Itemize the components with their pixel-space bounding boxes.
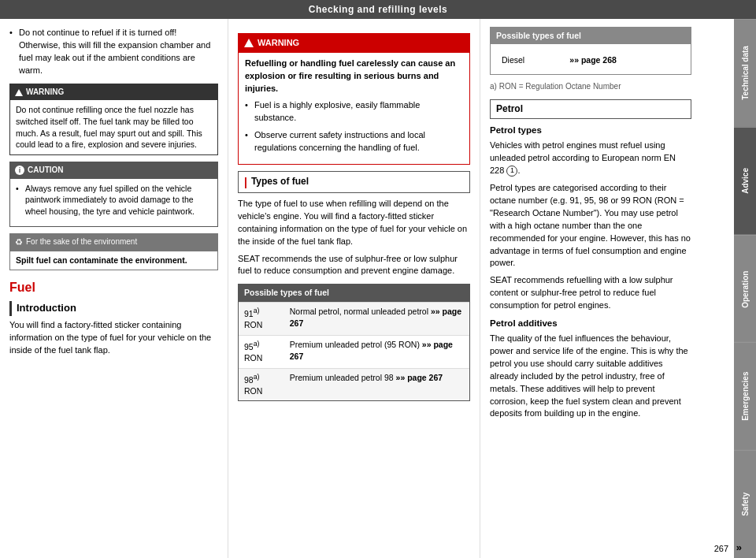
sidebar-item-label: Emergencies xyxy=(741,372,750,421)
page: Checking and refilling levels Do not con… xyxy=(0,0,756,558)
env-box-1: ♻ For the sake of the environment Spilt … xyxy=(9,233,218,270)
warning-bullet-2: Observe current safety instructions and … xyxy=(245,129,463,154)
warning-label-red: WARNING xyxy=(258,37,299,50)
env-body-1: Spilt fuel can contaminate the environme… xyxy=(10,251,217,270)
ron-98: 98a) RON xyxy=(239,368,284,400)
warning-box-1: WARNING Do not continue refilling once t… xyxy=(9,84,218,155)
petrol-circle-ref: 1 xyxy=(506,166,517,177)
diesel-page: »» page 268 xyxy=(565,52,684,69)
types-text: The type of fuel to use when refilling w… xyxy=(238,198,470,248)
types-of-fuel-title: Types of fuel xyxy=(251,175,309,188)
page-number: 267 xyxy=(714,544,728,553)
diesel-row: Diesel »» page 268 xyxy=(498,52,684,69)
page-ref-95: »» page 267 xyxy=(290,340,453,361)
desc-91: Normal petrol, normal unleaded petrol »»… xyxy=(284,302,469,335)
content-area: Do not continue to refuel if it is turne… xyxy=(0,19,756,558)
warning-body-red: Refuelling or handling fuel carelessly c… xyxy=(239,53,469,164)
seat-recommends-text: SEAT recommends the use of sulphur-free … xyxy=(238,253,470,278)
petrol-additives-header: Petrol additives xyxy=(490,317,691,330)
petrol-box: Petrol xyxy=(490,99,691,119)
right-warning-body: Diesel »» page 268 xyxy=(491,44,691,74)
petrol-types-text: Vehicles with petrol engines must refuel… xyxy=(490,140,691,177)
right-warning-header: Possible types of fuel xyxy=(491,28,691,44)
sidebar-item-label: Advice xyxy=(741,168,750,194)
petrol-period: . xyxy=(517,166,520,175)
fuel-section-title: Fuel xyxy=(9,278,218,296)
table-row: 98a) RON Premium unleaded petrol 98 »» p… xyxy=(239,368,469,400)
header-bar: Checking and refilling levels xyxy=(0,0,756,19)
warning-bullet-text-2: Observe current safety instructions and … xyxy=(254,130,425,152)
petrol-categorised-text: Petrol types are categorised according t… xyxy=(490,182,691,270)
ron-95: 95a) RON xyxy=(239,335,284,368)
diesel-page-ref: »» page 268 xyxy=(569,55,617,65)
sidebar-item-technical-data[interactable]: Technical data xyxy=(734,19,756,127)
caution-header-1: i CAUTION xyxy=(10,162,217,179)
fuel-table: 91a) RON Normal petrol, normal unleaded … xyxy=(239,302,469,401)
warning-header-red: WARNING xyxy=(239,34,469,53)
right-column: Possible types of fuel Diesel »» page 26… xyxy=(480,19,701,558)
right-warning-box: Possible types of fuel Diesel »» page 26… xyxy=(490,27,691,75)
table-row: 95a) RON Premium unleaded petrol (95 RON… xyxy=(239,335,469,368)
warning-body-1: Do not continue refilling once the fuel … xyxy=(10,100,217,154)
env-label-1: For the sake of the environment xyxy=(26,236,137,248)
sidebar-item-advice[interactable]: Advice xyxy=(734,127,756,235)
bullet-1-text: Do not continue to refuel if it is turne… xyxy=(19,28,210,75)
env-leaf-icon: ♻ xyxy=(15,236,23,249)
main-content: Do not continue to refuel if it is turne… xyxy=(0,19,734,558)
possible-fuel-table: Possible types of fuel 91a) RON Normal p… xyxy=(238,284,470,401)
bullet-1: Do not continue to refuel if it is turne… xyxy=(9,27,218,77)
possible-fuel-table-header: Possible types of fuel xyxy=(239,285,469,301)
ron-91: 91a) RON xyxy=(239,302,284,335)
sidebar-item-emergencies[interactable]: Emergencies xyxy=(734,342,756,450)
warning-label-1: WARNING xyxy=(26,87,64,99)
warning-bullet-text-1: Fuel is a highly explosive, easily flamm… xyxy=(254,100,420,122)
warning-triangle-icon xyxy=(15,89,23,96)
seat-recommends-right: SEAT recommends refuelling with a low su… xyxy=(490,274,691,312)
petrol-types-header: Petrol types xyxy=(490,124,691,137)
header-title: Checking and refilling levels xyxy=(309,4,448,15)
petrol-section-title: Petrol xyxy=(496,103,523,114)
caution-text-1: Always remove any fuel spilled on the ve… xyxy=(25,184,195,216)
diesel-table: Diesel »» page 268 xyxy=(496,50,685,70)
diesel-label: Diesel xyxy=(498,52,564,69)
sidebar-item-label: Technical data xyxy=(741,46,750,101)
sidebar: Technical data Advice Operation Emergenc… xyxy=(734,19,756,558)
ron-note: a) RON = Regulation Octane Number xyxy=(490,81,691,93)
caution-bullet: Always remove any fuel spilled on the ve… xyxy=(16,183,212,218)
caution-circle-icon: i xyxy=(15,166,24,175)
sidebar-item-label: Operation xyxy=(741,270,750,307)
table-row: 91a) RON Normal petrol, normal unleaded … xyxy=(239,302,469,335)
middle-column: WARNING Refuelling or handling fuel care… xyxy=(228,19,480,558)
warning-box-red: WARNING Refuelling or handling fuel care… xyxy=(238,33,470,165)
petrol-additives-text: The quality of the fuel influences the b… xyxy=(490,333,691,421)
env-text-1: Spilt fuel can contaminate the environme… xyxy=(16,255,187,265)
types-of-fuel-box: Types of fuel xyxy=(238,171,470,193)
intro-text: You will find a factory-fitted sticker c… xyxy=(9,319,218,357)
warning-bullet-1: Fuel is a highly explosive, easily flamm… xyxy=(245,99,463,125)
env-header-1: ♻ For the sake of the environment xyxy=(10,234,217,251)
caution-box-1: i CAUTION Always remove any fuel spilled… xyxy=(9,162,218,227)
caution-body-1: Always remove any fuel spilled on the ve… xyxy=(10,179,217,226)
double-arrow-icon: » xyxy=(736,541,742,553)
desc-95: Premium unleaded petrol (95 RON) »» page… xyxy=(284,335,469,368)
page-ref-98: »» page 267 xyxy=(396,373,443,382)
warning-triangle-red-icon xyxy=(244,39,254,47)
warning-bold-text: Refuelling or handling fuel carelessly c… xyxy=(245,58,463,95)
left-column: Do not continue to refuel if it is turne… xyxy=(0,19,228,558)
caution-label-1: CAUTION xyxy=(28,165,64,177)
desc-98: Premium unleaded petrol 98 »» page 267 xyxy=(284,368,469,400)
page-ref-91: »» page 267 xyxy=(290,307,461,328)
warning-text-1: Do not continue refilling once the fuel … xyxy=(16,105,202,149)
sidebar-item-label: Safety xyxy=(741,493,750,516)
intro-subsection-title: Introduction xyxy=(9,301,218,316)
sidebar-item-operation[interactable]: Operation xyxy=(734,235,756,343)
warning-header-1: WARNING xyxy=(10,84,217,101)
